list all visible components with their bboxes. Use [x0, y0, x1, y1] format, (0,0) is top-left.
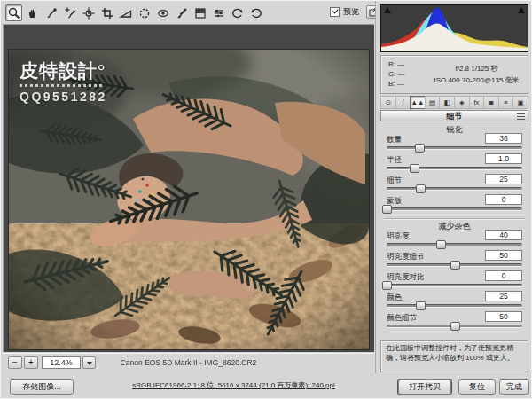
zoom-bar: − + 12.4% Canon EOS 5D Mark II - IMG_862… [3, 353, 374, 372]
slider-row: 明亮度对比 0 [387, 272, 522, 291]
check-icon [332, 7, 339, 13]
tab-camera-calibration[interactable]: ◙ [483, 96, 498, 109]
sharpen-icon: ▲▲ [411, 98, 425, 106]
workflow-options-link[interactable]: sRGB IEC61966-2.1; 8 位; 5616 x 3744 (21.… [81, 380, 387, 390]
panel-flyout-menu-icon[interactable] [517, 113, 525, 120]
slider-row: 蒙版 0 [387, 196, 522, 215]
white-balance-tool[interactable] [43, 4, 59, 21]
spot-removal-tool[interactable] [136, 4, 153, 21]
done-button[interactable]: 完成 [499, 379, 529, 395]
rotate-left-tool[interactable] [229, 4, 246, 21]
tab-effects[interactable]: fx [469, 96, 484, 109]
preview-control: 预览 [330, 5, 380, 19]
adjustment-brush-tool[interactable] [173, 4, 190, 21]
slider-track[interactable] [387, 243, 522, 246]
fx-icon: fx [473, 98, 479, 106]
rotate-right-tool[interactable] [247, 4, 264, 21]
slider-label: 明亮度细节 [387, 252, 425, 262]
tab-hsl-grayscale[interactable]: ▤ [425, 96, 440, 109]
slider-value-input[interactable]: 40 [485, 230, 522, 240]
slider-track[interactable] [387, 207, 522, 211]
rgb-readout: R: --- G: --- B: --- [381, 56, 426, 93]
slider-value-input[interactable]: 0 [485, 194, 522, 205]
red-eye-removal-tool[interactable] [154, 4, 171, 21]
slider-value-input[interactable]: 25 [485, 174, 522, 184]
toolbar [3, 3, 375, 23]
crop-tool[interactable] [98, 4, 115, 21]
reset-button[interactable]: 复位 [458, 379, 496, 395]
preview-checkbox[interactable] [330, 7, 340, 17]
slider-thumb[interactable] [415, 144, 425, 153]
slider-track[interactable] [387, 304, 522, 308]
lens-icon: ◈ [459, 98, 465, 106]
preferences-tool[interactable] [210, 4, 227, 21]
hand-tool[interactable] [24, 4, 41, 21]
slider-track[interactable] [387, 325, 522, 328]
r-value: --- [397, 60, 404, 68]
save-image-button[interactable]: 存储图像... [10, 379, 74, 395]
exposure-readout: f/2.8 1/125 秒 ISO 400 70-200@135 毫米 [426, 56, 528, 93]
slider-label: 明亮度 [387, 231, 410, 242]
section-divider [384, 218, 525, 219]
tab-lens-corrections[interactable]: ◈ [454, 96, 469, 109]
exif-info-box: R: --- G: --- B: --- f/2.8 1/125 秒 ISO 4… [380, 55, 528, 94]
slider-label: 细节 [387, 176, 402, 186]
slider-label: 颜色 [387, 293, 402, 303]
curve-icon: ∫ [402, 98, 403, 106]
slider-track[interactable] [387, 263, 522, 267]
g-value: --- [398, 70, 405, 78]
color-sampler-tool[interactable] [61, 4, 78, 21]
straighten-tool[interactable] [117, 4, 134, 21]
preview-label: 预览 [343, 6, 359, 18]
exposure-line: f/2.8 1/125 秒 [426, 63, 528, 74]
slider-thumb[interactable] [382, 205, 392, 214]
tab-detail[interactable]: ▲▲ [410, 96, 425, 109]
slider-track[interactable] [387, 284, 522, 287]
footer-bar: 存储图像... sRGB IEC61966-2.1; 8 位; 5616 x 3… [1, 373, 532, 399]
panel-title: 细节 [447, 112, 463, 121]
slider-value-input[interactable]: 25 [485, 291, 522, 301]
slider-label: 明亮度对比 [387, 272, 425, 283]
slider-label: 数量 [387, 135, 402, 145]
slider-row: 明亮度细节 50 [387, 252, 522, 270]
open-copy-button[interactable]: 打开拷贝 [398, 379, 451, 395]
hsl-icon: ▤ [429, 98, 435, 106]
watermark-title: 皮特設計° [20, 59, 107, 83]
slider-value-input[interactable]: 50 [485, 311, 522, 322]
photo-preview[interactable]: 皮特設計° QQ9551282 [9, 50, 369, 349]
tab-snapshots[interactable]: ▣ [512, 96, 528, 109]
b-label: B: [388, 80, 395, 88]
tab-split-toning[interactable]: ◧ [439, 96, 454, 109]
slider-thumb[interactable] [382, 281, 392, 290]
slider-track[interactable] [387, 167, 522, 170]
b-value: --- [397, 80, 404, 88]
slider-thumb[interactable] [436, 240, 446, 249]
slider-value-input[interactable]: 36 [485, 133, 522, 144]
slider-row: 数量 36 [387, 135, 522, 153]
slider-value-input[interactable]: 1.0 [485, 153, 522, 164]
watermark-subtitle-line [20, 84, 105, 87]
slider-track[interactable] [387, 187, 522, 191]
slider-track[interactable] [387, 146, 522, 150]
targeted-adjustment-tool[interactable] [80, 4, 97, 21]
filename-label: Canon EOS 5D Mark II - IMG_8620.CR2 [3, 358, 374, 367]
slider-thumb[interactable] [450, 261, 460, 270]
slider-thumb[interactable] [410, 164, 419, 173]
slider-thumb[interactable] [416, 184, 426, 193]
slider-row: 细节 25 [387, 176, 522, 194]
slider-thumb[interactable] [450, 322, 460, 331]
tab-basic[interactable]: ⊙ [380, 96, 395, 109]
graduated-filter-tool[interactable] [192, 4, 208, 21]
highlight-clipping-toggle[interactable] [518, 7, 525, 13]
detail-panel-body: 锐化 数量 36 半径 1.0 细节 25 蒙版 0 减少 [380, 122, 528, 338]
presets-icon: ≡ [504, 98, 507, 106]
tab-tone-curve[interactable]: ∫ [395, 96, 411, 109]
watermark-qq: QQ9551282 [20, 90, 107, 104]
shadow-clipping-toggle[interactable] [384, 7, 391, 13]
slider-value-input[interactable]: 0 [485, 270, 522, 281]
zoom-tool[interactable] [5, 4, 22, 21]
slider-thumb[interactable] [416, 301, 426, 310]
slider-value-input[interactable]: 50 [485, 250, 522, 261]
slider-row: 明亮度 40 [387, 231, 522, 250]
tab-presets[interactable]: ≡ [498, 96, 513, 109]
